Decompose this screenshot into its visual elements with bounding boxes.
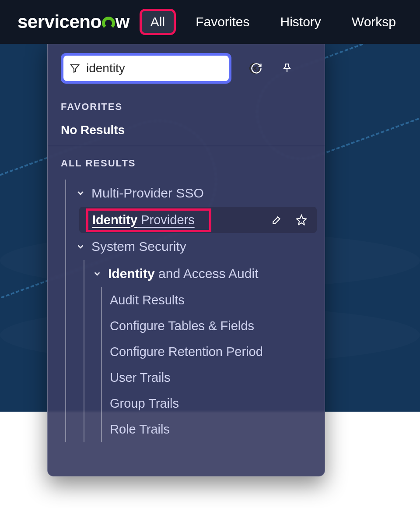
- all-results-section-label: ALL RESULTS: [61, 158, 317, 169]
- tree-node-label: Identity and Access Audit: [108, 266, 259, 281]
- nav-tab-workspaces[interactable]: Worksp: [343, 11, 405, 33]
- leaf-label: Identity Providers: [92, 213, 195, 227]
- edit-icon[interactable]: [270, 212, 284, 227]
- results-tree: Multi-Provider SSO Identity Providers: [61, 180, 317, 442]
- logo-o-green-icon: [102, 17, 115, 30]
- nav-item-configure-tables-fields[interactable]: Configure Tables & Fields: [97, 313, 317, 339]
- chevron-down-icon: [92, 269, 102, 279]
- tree-line: [84, 260, 84, 442]
- leaf-label: Configure Tables & Fields: [110, 319, 254, 333]
- logo-text-part2: w: [116, 11, 130, 32]
- servicenow-logo: serviceno w: [18, 11, 130, 32]
- search-field-wrap: [61, 53, 231, 84]
- nav-item-identity-providers[interactable]: Identity Providers: [79, 207, 317, 233]
- leaf-label: Configure Retention Period: [110, 345, 263, 359]
- nav-item-role-trails[interactable]: Role Trails: [97, 416, 317, 442]
- tree-node-multi-provider-sso[interactable]: Multi-Provider SSO: [63, 180, 317, 207]
- nav-item-configure-retention-period[interactable]: Configure Retention Period: [97, 339, 317, 365]
- sso-subtree: Identity Providers: [79, 207, 317, 233]
- chevron-down-icon: [76, 188, 85, 198]
- row-icons: [270, 212, 309, 227]
- logo-text-part1: serviceno: [18, 11, 102, 32]
- search-row: [61, 53, 317, 84]
- filter-input[interactable]: [86, 61, 243, 75]
- all-menu-dropdown: FAVORITES No Results ALL RESULTS Multi-P…: [47, 39, 325, 476]
- app-header: serviceno w All Favorites History Worksp: [0, 0, 420, 44]
- audit-subtree: Audit Results Configure Tables & Fields …: [97, 287, 317, 442]
- favorites-section-label: FAVORITES: [61, 101, 317, 113]
- leaf-label: Audit Results: [110, 293, 185, 307]
- tree-line: [65, 180, 66, 442]
- dropdown-toolbar: [249, 61, 294, 76]
- filter-icon[interactable]: [70, 61, 80, 76]
- tree-node-label: Multi-Provider SSO: [91, 186, 204, 201]
- pin-icon[interactable]: [280, 61, 294, 76]
- refresh-icon[interactable]: [249, 61, 264, 76]
- favorites-empty-text: No Results: [61, 123, 317, 137]
- section-divider: [48, 146, 325, 146]
- star-icon[interactable]: [294, 212, 309, 227]
- leaf-label: Role Trails: [110, 422, 170, 437]
- chevron-down-icon: [76, 242, 85, 251]
- tree-node-identity-access-audit[interactable]: Identity and Access Audit: [79, 260, 317, 287]
- tree-node-label: System Security: [91, 239, 186, 254]
- security-subtree: Identity and Access Audit Audit Results …: [79, 260, 317, 442]
- nav-tab-history[interactable]: History: [272, 11, 330, 33]
- nav-tabs: All Favorites History Worksp: [142, 11, 405, 33]
- nav-item-group-trails[interactable]: Group Trails: [97, 391, 317, 416]
- tree-node-system-security[interactable]: System Security: [63, 233, 317, 260]
- leaf-label: Group Trails: [110, 396, 179, 411]
- nav-item-user-trails[interactable]: User Trails: [97, 365, 317, 391]
- search-field[interactable]: [63, 56, 229, 81]
- nav-tab-favorites[interactable]: Favorites: [187, 11, 258, 33]
- leaf-label: User Trails: [110, 370, 171, 385]
- nav-item-audit-results[interactable]: Audit Results: [97, 287, 317, 313]
- nav-tab-all[interactable]: All: [142, 11, 174, 33]
